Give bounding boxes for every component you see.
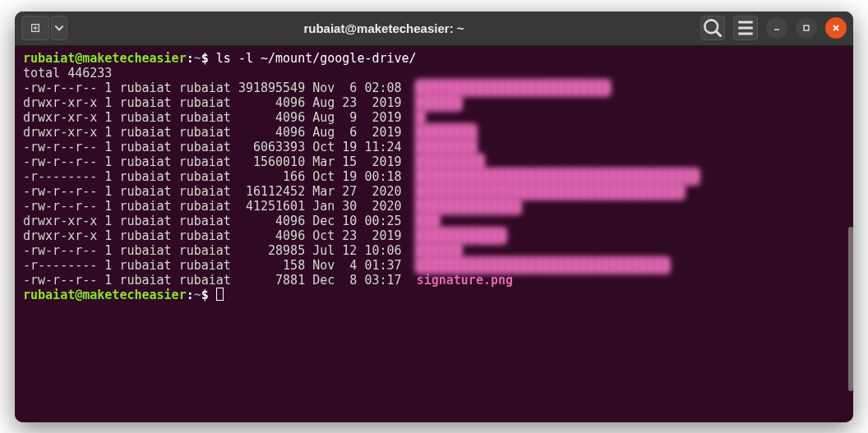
list-row: -rw-r--r-- 1 rubaiat rubaiat 16112452 Ma… xyxy=(23,184,684,199)
minimize-button[interactable] xyxy=(766,17,787,39)
file-name: ██████ xyxy=(417,243,461,258)
close-button[interactable] xyxy=(825,17,847,39)
prompt-separator: : xyxy=(187,288,194,302)
prompt-dollar: $ xyxy=(201,288,209,302)
prompt-separator: : xyxy=(187,51,194,66)
list-row: -r-------- 1 rubaiat rubaiat 158 Nov 4 0… xyxy=(23,258,669,273)
terminal-window: rubaiat@maketecheasier: ~ rubaiat@makete… xyxy=(15,12,853,422)
search-button[interactable] xyxy=(700,16,725,40)
prompt-user-host: rubaiat@maketecheasier xyxy=(23,51,187,66)
file-name: ██████ xyxy=(417,95,461,110)
titlebar: rubaiat@maketecheasier: ~ xyxy=(15,12,853,46)
svg-rect-9 xyxy=(804,25,809,30)
prompt-path: ~ xyxy=(194,288,201,302)
file-name: ████████████████████████████████████ xyxy=(417,184,684,199)
list-row: drwxr-xr-x 1 rubaiat rubaiat 4096 Dec 10… xyxy=(23,214,439,228)
file-listing: -rw-r--r-- 1 rubaiat rubaiat 391895549 N… xyxy=(23,81,699,288)
cursor xyxy=(216,288,224,301)
svg-point-3 xyxy=(704,20,718,33)
file-name: ██████████████████████████████████ xyxy=(417,258,669,273)
maximize-button[interactable] xyxy=(796,17,817,39)
prompt-user-host: rubaiat@maketecheasier xyxy=(23,288,187,302)
file-name: signature.png xyxy=(417,273,513,288)
menu-button[interactable] xyxy=(733,16,758,40)
prompt-path: ~ xyxy=(194,51,201,66)
list-row: drwxr-xr-x 1 rubaiat rubaiat 4096 Aug 6 … xyxy=(23,125,476,140)
command-text: ls -l ~/mount/google-drive/ xyxy=(216,51,417,66)
file-name: ███ xyxy=(417,214,439,228)
file-name: ████████████ xyxy=(417,228,506,243)
file-name: ████████ xyxy=(417,140,476,154)
new-tab-icon xyxy=(30,22,41,34)
total-line: total 446233 xyxy=(23,66,112,81)
list-row: drwxr-xr-x 1 rubaiat rubaiat 4096 Aug 9 … xyxy=(23,110,424,125)
chevron-down-icon xyxy=(53,22,65,34)
close-icon xyxy=(831,23,841,33)
minimize-icon xyxy=(772,23,782,33)
list-row: drwxr-xr-x 1 rubaiat rubaiat 4096 Oct 23… xyxy=(23,228,506,243)
list-row: drwxr-xr-x 1 rubaiat rubaiat 4096 Aug 23… xyxy=(23,95,461,110)
file-name: ██████████████████████████████████████ xyxy=(417,169,699,184)
terminal-body[interactable]: rubaiat@maketecheasier:~$ ls -l ~/mount/… xyxy=(15,46,853,422)
titlebar-right xyxy=(700,16,847,40)
maximize-icon xyxy=(801,23,811,33)
list-row: -rw-r--r-- 1 rubaiat rubaiat 28985 Jul 1… xyxy=(23,243,461,258)
file-name: ████████ xyxy=(417,125,476,140)
svg-line-4 xyxy=(716,31,721,36)
list-row: -rw-r--r-- 1 rubaiat rubaiat 6063393 Oct… xyxy=(23,140,476,154)
file-name: █ xyxy=(417,110,424,125)
titlebar-left xyxy=(21,16,67,40)
file-name: ██████████████████████████ xyxy=(417,81,610,95)
window-title: rubaiat@maketecheasier: ~ xyxy=(72,21,695,35)
new-tab-button[interactable] xyxy=(21,16,49,40)
new-tab-dropdown[interactable] xyxy=(51,16,67,40)
prompt-dollar: $ xyxy=(201,51,209,66)
scrollbar-thumb[interactable] xyxy=(848,227,853,391)
list-row: -rw-r--r-- 1 rubaiat rubaiat 7881 Dec 8 … xyxy=(23,273,513,288)
hamburger-icon xyxy=(734,16,757,39)
prompt-line-2: rubaiat@maketecheasier:~$ xyxy=(23,288,224,302)
file-name: █████████ xyxy=(417,154,483,169)
search-icon xyxy=(701,16,724,39)
list-row: -rw-r--r-- 1 rubaiat rubaiat 1560010 Mar… xyxy=(23,154,483,169)
list-row: -rw-r--r-- 1 rubaiat rubaiat 41251601 Ja… xyxy=(23,199,520,214)
list-row: -r-------- 1 rubaiat rubaiat 166 Oct 19 … xyxy=(23,169,699,184)
prompt-line-1: rubaiat@maketecheasier:~$ ls -l ~/mount/… xyxy=(23,51,417,66)
list-row: -rw-r--r-- 1 rubaiat rubaiat 391895549 N… xyxy=(23,81,609,95)
file-name: ██████████████ xyxy=(417,199,520,214)
